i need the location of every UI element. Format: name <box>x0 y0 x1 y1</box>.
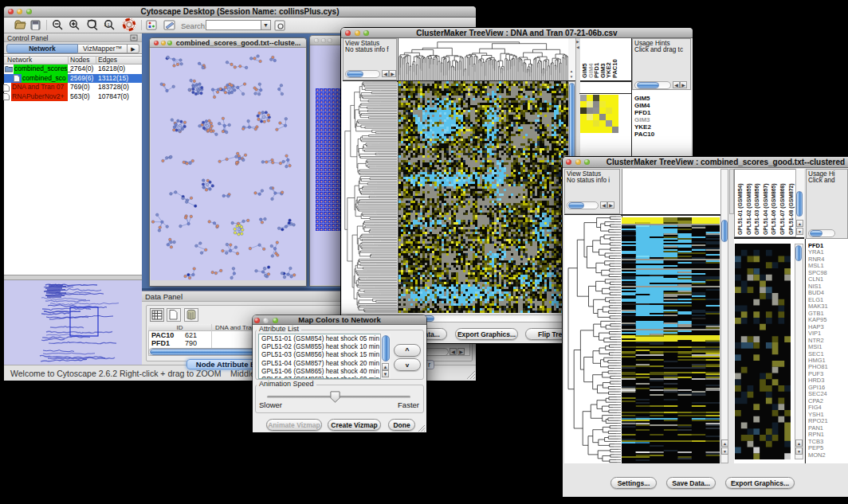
svg-text:1:1: 1:1 <box>104 22 110 27</box>
